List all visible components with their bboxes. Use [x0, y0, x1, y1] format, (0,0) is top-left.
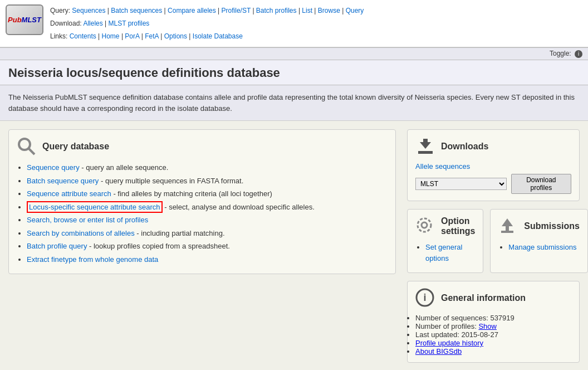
nav-pora[interactable]: PorA: [125, 32, 139, 40]
finetype-link[interactable]: Extract finetype from whole genome data: [27, 255, 158, 264]
nav-compare-alleles[interactable]: Compare alleles: [168, 7, 216, 14]
set-general-options-link[interactable]: Set general options: [425, 243, 463, 262]
query-section-header: Query database: [17, 137, 388, 157]
download-row: MLST Download profiles: [415, 174, 571, 194]
info-icon: i: [415, 288, 435, 308]
option-settings-section: Option settings Set general options: [407, 209, 483, 273]
profile-update-history-link[interactable]: Profile update history: [415, 339, 483, 347]
nav-home[interactable]: Home: [102, 32, 120, 40]
query-database-section: Query database Sequence query - query an…: [8, 129, 396, 274]
downloads-header: Downloads: [415, 137, 571, 157]
nav-batch-sequences[interactable]: Batch sequences: [111, 7, 162, 14]
links-label: Links:: [50, 32, 67, 40]
submissions-list: Manage submissions: [508, 242, 580, 253]
combinations-rest: - including partial matching.: [136, 229, 224, 237]
sequence-attribute-search-link[interactable]: Sequence attribute search: [27, 189, 111, 198]
download-nav-row: Download: Alleles | MLST profiles: [50, 17, 364, 30]
profile-history-item: Profile update history: [415, 339, 571, 347]
query-icon: [17, 137, 37, 157]
right-column: Downloads Allele sequences MLST Download…: [407, 129, 580, 363]
mlst-select[interactable]: MLST: [415, 178, 507, 190]
combinations-link[interactable]: Search by combinations of alleles: [27, 229, 135, 237]
options-submissions-row: Option settings Set general options: [407, 209, 580, 273]
toggle-info-icon[interactable]: i: [575, 50, 582, 58]
nav-options[interactable]: Options: [164, 32, 187, 40]
batch-sequence-query-link[interactable]: Batch sequence query: [27, 177, 99, 185]
options-header: Option settings: [415, 216, 475, 236]
query-item-sequence-query: Sequence query - query an allele sequenc…: [27, 162, 388, 173]
nav-browse[interactable]: Browse: [318, 7, 340, 14]
num-sequences-text: Number of sequences: 537919: [415, 314, 514, 322]
nav-profile-st[interactable]: Profile/ST: [222, 7, 251, 14]
nav-isolate-database[interactable]: Isolate Database: [193, 32, 243, 40]
downloads-section: Downloads Allele sequences MLST Download…: [407, 129, 580, 201]
description-text: The Neisseria PubMLST sequence definitio…: [8, 92, 580, 114]
svg-rect-4: [423, 139, 428, 145]
svg-rect-2: [418, 151, 433, 154]
about-bigsdp-item: About BIGSdb: [415, 347, 571, 356]
logo[interactable]: PubMLST: [6, 4, 43, 35]
svg-point-5: [422, 222, 427, 228]
upload-icon: [498, 216, 518, 236]
options-list: Set general options: [425, 242, 475, 264]
svg-point-6: [418, 218, 431, 232]
page-title-bar: Neisseria locus/sequence definitions dat…: [0, 60, 588, 85]
nav-list[interactable]: List: [302, 7, 312, 14]
query-item-combinations: Search by combinations of alleles - incl…: [27, 228, 388, 239]
sequence-query-link[interactable]: Sequence query: [27, 163, 80, 172]
query-item-finetype: Extract finetype from whole genome data: [27, 254, 388, 265]
left-column: Query database Sequence query - query an…: [8, 129, 396, 363]
nav-mlst-profiles[interactable]: MLST profiles: [109, 20, 150, 27]
toggle-bar: Toggle: i: [0, 47, 588, 60]
search-browse-link[interactable]: Search, browse or enter list of profiles: [27, 216, 148, 224]
logo-text: PubMLST: [8, 16, 41, 24]
last-updated-item: Last updated: 2015-08-27: [415, 330, 571, 339]
batch-profile-link[interactable]: Batch profile query: [27, 242, 87, 250]
query-list: Sequence query - query an allele sequenc…: [27, 162, 388, 265]
batch-profile-rest: - lookup profiles copied from a spreadsh…: [89, 242, 230, 250]
logo-area: PubMLST: [6, 4, 43, 35]
allele-sequences-link[interactable]: Allele sequences: [415, 162, 571, 171]
query-item-batch-sequence: Batch sequence query - query multiple se…: [27, 176, 388, 187]
last-updated-text: Last updated: 2015-08-27: [415, 330, 498, 339]
submissions-section: Submissions Manage submissions: [490, 209, 588, 273]
query-item-sequence-attribute: Sequence attribute search - find alleles…: [27, 188, 388, 199]
download-profiles-button[interactable]: Download profiles: [511, 174, 571, 194]
header: PubMLST Query: Sequences | Batch sequenc…: [0, 0, 588, 47]
manage-submissions-link[interactable]: Manage submissions: [508, 243, 576, 251]
sequence-attribute-rest: - find alleles by matching criteria (all…: [113, 189, 272, 198]
nav-contents[interactable]: Contents: [70, 32, 96, 40]
svg-marker-8: [502, 218, 513, 226]
links-nav-row: Links: Contents | Home | PorA | FetA | O…: [50, 30, 364, 43]
nav-alleles[interactable]: Alleles: [83, 20, 102, 27]
toggle-label: Toggle:: [550, 50, 571, 57]
show-profiles-link[interactable]: Show: [478, 322, 497, 330]
query-label: Query:: [50, 7, 70, 14]
download-label: Download:: [50, 20, 82, 27]
submissions-title: Submissions: [524, 221, 580, 231]
page-title: Neisseria locus/sequence definitions dat…: [8, 66, 580, 80]
download-icon: [415, 137, 435, 157]
submissions-header: Submissions: [498, 216, 580, 236]
svg-rect-9: [506, 226, 509, 231]
main-content: Query database Sequence query - query an…: [0, 121, 588, 370]
general-info-section: i General information Number of sequence…: [407, 281, 580, 363]
nav-batch-profiles[interactable]: Batch profiles: [256, 7, 297, 14]
header-nav: Query: Sequences | Batch sequences | Com…: [50, 4, 364, 42]
general-info-header: i General information: [415, 288, 571, 308]
general-info-title: General information: [441, 293, 526, 303]
svg-rect-7: [501, 231, 513, 233]
nav-query[interactable]: Query: [346, 7, 364, 14]
description-bar: The Neisseria PubMLST sequence definitio…: [0, 85, 588, 121]
nav-feta[interactable]: FetA: [145, 32, 159, 40]
locus-specific-link[interactable]: Locus-specific sequence attribute search: [27, 201, 163, 213]
about-bigsdb-link[interactable]: About BIGSdb: [415, 347, 462, 356]
manage-submissions-item: Manage submissions: [508, 242, 580, 253]
num-sequences-item: Number of sequences: 537919: [415, 314, 571, 322]
downloads-title: Downloads: [441, 142, 488, 152]
nav-sequences[interactable]: Sequences: [72, 7, 105, 14]
query-nav-row: Query: Sequences | Batch sequences | Com…: [50, 4, 364, 17]
gear-icon: [415, 216, 435, 236]
batch-sequence-rest: - query multiple sequences in FASTA form…: [101, 177, 243, 185]
query-item-search-browse: Search, browse or enter list of profiles: [27, 215, 388, 226]
